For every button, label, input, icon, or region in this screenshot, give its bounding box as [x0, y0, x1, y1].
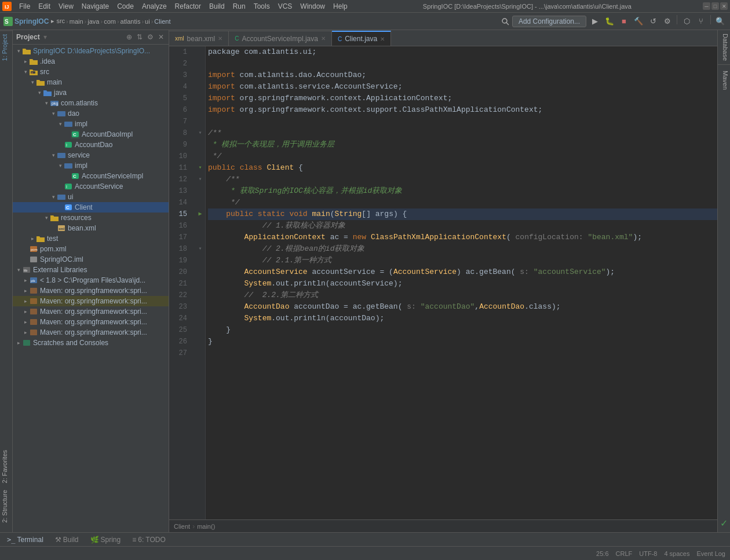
menu-item-vcs[interactable]: VCS — [274, 1, 297, 12]
tree-item-test[interactable]: ▸ test — [13, 233, 169, 244]
tree-item-maven4[interactable]: ▸ Maven: org.springframework:spri... — [13, 317, 169, 327]
svg-text:S: S — [5, 19, 9, 25]
fold-8[interactable]: ▾ — [198, 127, 202, 139]
bean-xml-tab-icon: xml — [175, 35, 184, 42]
structure-panel-tab[interactable]: 2: Structure — [0, 486, 12, 526]
menu-item-analyze[interactable]: Analyze — [138, 1, 171, 12]
project-panel-tab[interactable]: 1: Project — [0, 30, 12, 64]
tab-spring[interactable]: 🌿 Spring — [87, 535, 125, 545]
add-configuration-button[interactable]: Add Configuration... — [512, 16, 586, 27]
line-ending[interactable]: CRLF — [616, 550, 633, 557]
tab-todo[interactable]: ≡ 6: TODO — [129, 535, 169, 545]
fold-12[interactable]: ▾ — [198, 174, 202, 185]
tree-item-maven2[interactable]: ▸ Maven: org.springframework:spri... — [13, 296, 169, 306]
fold-15[interactable]: ▶ — [198, 208, 202, 220]
tree-label-bean-xml: bean.xml — [68, 224, 96, 232]
tree-item-scratches[interactable]: ▸ Scratches and Consoles — [13, 338, 169, 348]
tab-client[interactable]: C Client.java ✕ — [332, 31, 391, 46]
svg-point-4 — [502, 19, 507, 23]
tree-item-account-service[interactable]: ▸ I AccountService — [13, 181, 169, 192]
run-button[interactable]: ▶ — [589, 15, 601, 28]
menu-item-view[interactable]: View — [54, 1, 78, 12]
tree-item-main[interactable]: ▾ main — [13, 77, 169, 87]
code-editor[interactable]: 1 2 3 4 5 6 7 8 9 10 11 12 13 14 15 16 1… — [169, 46, 717, 519]
menu-item-window[interactable]: Window — [296, 1, 329, 12]
minimize-button[interactable]: ─ — [703, 2, 710, 10]
tree-item-maven3[interactable]: ▸ Maven: org.springframework:spri... — [13, 306, 169, 317]
tree-item-idea[interactable]: ▸ .idea — [13, 56, 169, 67]
tree-item-bean-xml[interactable]: ▸ xml bean.xml — [13, 223, 169, 233]
tree-item-maven5[interactable]: ▸ Maven: org.springframework:spri... — [13, 327, 169, 338]
tree-item-maven1[interactable]: ▸ Maven: org.springframework:spri... — [13, 286, 169, 296]
tree-item-account-service-impl[interactable]: ▸ C AccountServiceImpl — [13, 171, 169, 181]
tree-item-root[interactable]: ▾ SpringIOC D:\IdeaProjects\SpringIO... — [13, 46, 169, 56]
menu-item-help[interactable]: Help — [329, 1, 352, 12]
tab-account-service-impl[interactable]: C AccountServiceImpl.java ✕ — [229, 31, 332, 46]
springioc-icon: S — [3, 17, 13, 26]
event-log[interactable]: Event Log — [696, 550, 725, 557]
external-tool-button[interactable]: ⬡ — [680, 15, 693, 28]
panel-close-icon[interactable]: ✕ — [157, 32, 165, 42]
encoding[interactable]: UTF-8 — [639, 550, 657, 557]
tree-item-account-dao-impl[interactable]: ▸ C AccountDaoImpl — [13, 129, 169, 140]
tree-item-pom[interactable]: ▸ pom pom.xml — [13, 244, 169, 254]
menu-item-edit[interactable]: Edit — [34, 1, 54, 12]
reload-button[interactable]: ↺ — [647, 15, 659, 28]
tree-item-resources[interactable]: ▾ resources — [13, 213, 169, 223]
menu-item-run[interactable]: Run — [229, 1, 250, 12]
panel-sync-icon[interactable]: ⇅ — [136, 32, 144, 42]
tab-bean-xml[interactable]: xml bean.xml ✕ — [169, 31, 229, 46]
tree-item-iml[interactable]: ▸ SpringIOC.iml — [13, 254, 169, 265]
menu-item-build[interactable]: Build — [205, 1, 229, 12]
tree-item-account-dao[interactable]: ▸ I AccountDao — [13, 140, 169, 150]
cursor-position[interactable]: 25:6 — [596, 550, 608, 557]
panel-settings-icon[interactable]: ⚙ — [146, 32, 155, 42]
code-content[interactable]: package com.atlantis.ui; import com.atla… — [206, 46, 717, 519]
ln-3: 3 — [169, 69, 191, 81]
tree-item-impl-service[interactable]: ▾ impl — [13, 160, 169, 171]
debug-button[interactable]: 🐛 — [603, 15, 616, 28]
tab-build[interactable]: ⚒ Build — [52, 535, 82, 545]
tree-item-impl-dao[interactable]: ▾ impl — [13, 119, 169, 129]
tab-close-bean[interactable]: ✕ — [218, 35, 222, 42]
git-button[interactable]: ⑂ — [695, 15, 707, 28]
indent-style[interactable]: 4 spaces — [664, 550, 689, 557]
client-tab-icon: C — [338, 36, 342, 42]
maximize-button[interactable]: □ — [711, 2, 719, 10]
tree-item-client[interactable]: ▸ C Client — [13, 202, 169, 213]
tree-item-ext-libs[interactable]: ▾ lib External Libraries — [13, 265, 169, 275]
favorites-panel-tab[interactable]: 2: Favorites — [0, 446, 12, 486]
fold-18[interactable]: ▾ — [198, 243, 202, 255]
menu-item-file[interactable]: File — [15, 1, 34, 12]
menu-item-code[interactable]: Code — [113, 1, 138, 12]
tab-close-client[interactable]: ✕ — [380, 36, 385, 42]
editor-area: xml bean.xml ✕ C AccountServiceImpl.java… — [169, 30, 717, 532]
find-button[interactable]: 🔍 — [714, 15, 727, 28]
tree-item-service[interactable]: ▾ service — [13, 150, 169, 160]
maven-panel-tab[interactable]: Maven — [718, 67, 730, 93]
search-everywhere-icon[interactable] — [501, 17, 510, 26]
tab-close-account-service-impl[interactable]: ✕ — [321, 35, 326, 42]
tree-item-ui[interactable]: ▾ ui — [13, 192, 169, 202]
stop-button[interactable]: ■ — [618, 15, 630, 28]
tree-item-jdk[interactable]: ▸ jdk < 1.8 > C:\Program Files\Java\jd..… — [13, 275, 169, 286]
tree-item-com-atlantis[interactable]: ▾ pkg com.atlantis — [13, 98, 169, 108]
tree-label-dao: dao — [68, 109, 79, 118]
gutter-4 — [195, 81, 205, 93]
fold-11[interactable]: ▾ — [198, 162, 202, 174]
service-package-icon — [57, 151, 66, 160]
close-button[interactable]: ✕ — [720, 2, 728, 10]
svg-text:C: C — [73, 132, 76, 137]
menu-item-tools[interactable]: Tools — [250, 1, 274, 12]
database-panel-tab[interactable]: Database — [718, 30, 730, 65]
tree-item-src[interactable]: ▾ s src — [13, 67, 169, 77]
tab-terminal[interactable]: >_ Terminal — [3, 535, 47, 545]
more-actions-button[interactable]: ⚙ — [661, 15, 674, 28]
panel-add-icon[interactable]: ⊕ — [125, 32, 133, 42]
tree-item-dao[interactable]: ▾ dao — [13, 108, 169, 119]
ln-8: 8 — [169, 127, 191, 139]
tree-item-java[interactable]: ▾ java — [13, 87, 169, 98]
menu-item-navigate[interactable]: Navigate — [78, 1, 113, 12]
menu-item-refactor[interactable]: Refactor — [171, 1, 205, 12]
build-button[interactable]: 🔨 — [632, 15, 645, 28]
